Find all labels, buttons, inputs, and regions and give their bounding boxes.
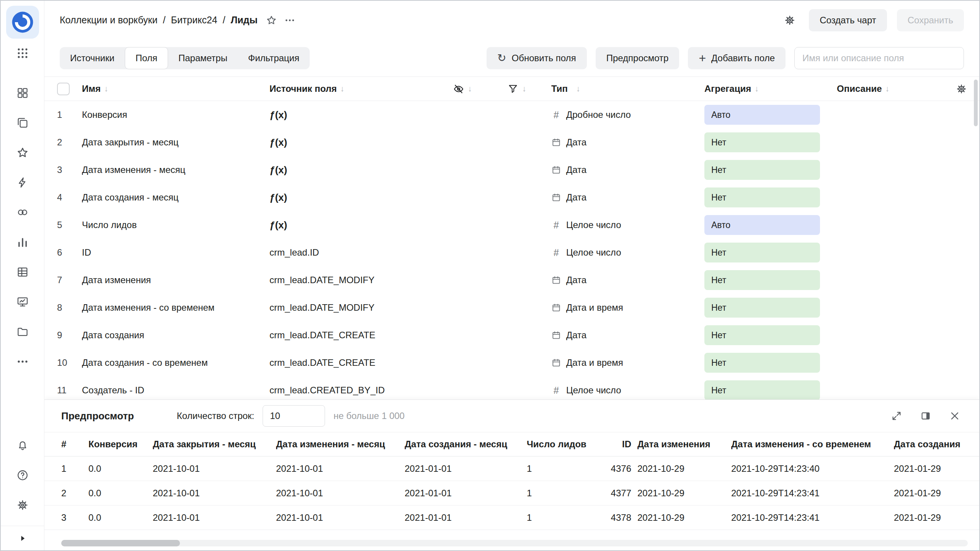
date-type-icon <box>551 330 561 340</box>
tab-sources[interactable]: Источники <box>60 47 125 69</box>
sort-icon: ↓ <box>340 84 345 93</box>
aggregation-select[interactable]: Нет <box>704 298 820 318</box>
tab-filtering[interactable]: Фильтрация <box>238 47 310 69</box>
aggregation-select[interactable]: Нет <box>704 380 820 399</box>
field-row[interactable]: 5 Число лидов ƒ(x) # Целое число Авто <box>44 211 979 239</box>
column-header-filter[interactable]: ↓ <box>507 83 551 95</box>
notifications-icon[interactable] <box>13 436 32 455</box>
field-row[interactable]: 10 Дата создания - со временем crm_lead.… <box>44 349 979 377</box>
field-name: Дата закрытия - месяц <box>82 137 270 148</box>
column-header-name[interactable]: Имя↓ <box>82 83 270 94</box>
tab-fields[interactable]: Поля <box>125 47 168 69</box>
datalens-logo[interactable] <box>6 6 39 39</box>
field-type[interactable]: # Дата <box>551 275 704 285</box>
preview-panel: Предпросмотр Количество строк: не больше… <box>44 399 979 550</box>
field-row[interactable]: 9 Дата создания crm_lead.DATE_CREATE # Д… <box>44 321 979 349</box>
favorites-icon[interactable] <box>13 143 32 162</box>
field-type[interactable]: # Дробное число <box>551 109 704 121</box>
date-type-icon <box>551 275 561 285</box>
refresh-fields-button[interactable]: ↻ Обновить поля <box>487 47 587 69</box>
field-type[interactable]: # Дата и время <box>551 357 704 368</box>
field-type[interactable]: # Дата и время <box>551 302 704 313</box>
dataset-settings-icon[interactable] <box>781 11 799 29</box>
column-header-hidden[interactable]: ↓ <box>453 83 507 95</box>
horizontal-scrollbar-thumb[interactable] <box>61 540 180 546</box>
row-number: 6 <box>57 247 82 258</box>
aggregation-select[interactable]: Нет <box>704 353 820 373</box>
field-type[interactable]: # Целое число <box>551 247 704 258</box>
field-type[interactable]: # Дата <box>551 192 704 203</box>
aggregation-select[interactable]: Нет <box>704 187 820 207</box>
field-row[interactable]: 7 Дата изменения crm_lead.DATE_MODIFY # … <box>44 266 979 294</box>
preview-header: Предпросмотр Количество строк: не больше… <box>44 400 979 432</box>
aggregation-select[interactable]: Нет <box>704 132 820 152</box>
create-chart-button[interactable]: Создать чарт <box>809 9 887 31</box>
field-type[interactable]: # Дата <box>551 137 704 148</box>
field-type[interactable]: # Дата <box>551 165 704 175</box>
dataset-more-icon[interactable] <box>281 11 299 29</box>
select-all-checkbox[interactable] <box>57 83 70 95</box>
field-row[interactable]: 4 Дата создания - месяц ƒ(x) # Дата Нет <box>44 184 979 211</box>
formula-icon: ƒ(x) <box>270 164 287 176</box>
row-count-input[interactable] <box>263 405 325 427</box>
links-icon[interactable] <box>13 203 32 222</box>
column-header-aggregation[interactable]: Агрегация↓ <box>704 83 837 94</box>
close-preview-icon[interactable] <box>947 408 962 424</box>
column-header-source[interactable]: Источник поля↓ <box>270 83 453 94</box>
field-row[interactable]: 8 Дата изменения - со временем crm_lead.… <box>44 294 979 321</box>
preview-col-header: Конверсия <box>88 439 153 450</box>
aggregation-select[interactable]: Нет <box>704 243 820 262</box>
breadcrumb-collections[interactable]: Коллекции и воркбуки <box>60 15 158 26</box>
table-settings-icon[interactable] <box>952 80 970 98</box>
sort-icon: ↓ <box>755 84 759 93</box>
source-path: crm_lead.DATE_CREATE <box>270 357 376 368</box>
dashboards-icon[interactable] <box>13 293 32 311</box>
breadcrumb-separator: / <box>223 15 225 26</box>
sidebar-expand-button[interactable] <box>1 526 44 550</box>
field-type[interactable]: # Целое число <box>551 385 704 396</box>
collections-icon[interactable] <box>13 84 32 102</box>
settings-icon[interactable] <box>13 496 32 514</box>
field-row[interactable]: 1 Конверсия ƒ(x) # Дробное число Авто <box>44 101 979 129</box>
more-icon[interactable] <box>13 352 32 371</box>
preview-col-header: Дата закрытия - месяц <box>153 439 276 450</box>
field-type-label: Дата и время <box>566 357 623 368</box>
tables-icon[interactable] <box>13 263 32 281</box>
vertical-scrollbar[interactable] <box>974 80 978 126</box>
field-name: Дата создания <box>82 330 270 341</box>
charts-icon[interactable] <box>13 233 32 251</box>
breadcrumb-workbook[interactable]: Битрикс24 <box>171 15 217 26</box>
save-button[interactable]: Сохранить <box>897 9 964 31</box>
connections-icon[interactable] <box>13 173 32 192</box>
column-header-description[interactable]: Описание↓ <box>837 83 952 94</box>
preview-col-header: Число лидов <box>527 439 601 450</box>
aggregation-select[interactable]: Авто <box>704 105 820 125</box>
column-header-type[interactable]: Тип↓ <box>551 83 704 94</box>
aggregation-select[interactable]: Нет <box>704 160 820 180</box>
field-source: crm_lead.ID <box>270 247 453 258</box>
preview-position-icon[interactable] <box>918 408 933 424</box>
horizontal-scrollbar-track[interactable] <box>61 540 968 546</box>
preview-cell: 2021-10-01 <box>276 512 405 523</box>
workbooks-icon[interactable] <box>13 114 32 132</box>
aggregation-select[interactable]: Нет <box>704 270 820 290</box>
tab-parameters[interactable]: Параметры <box>168 47 238 69</box>
field-type[interactable]: # Дата <box>551 330 704 341</box>
add-field-button[interactable]: + Добавить поле <box>688 47 786 69</box>
preview-cell: 2021-10-29 <box>637 488 731 499</box>
help-icon[interactable] <box>13 466 32 484</box>
field-row[interactable]: 11 Создатель - ID crm_lead.CREATED_BY_ID… <box>44 377 979 399</box>
field-row[interactable]: 3 Дата изменения - месяц ƒ(x) # Дата Нет <box>44 156 979 184</box>
field-row[interactable]: 2 Дата закрытия - месяц ƒ(x) # Дата Нет <box>44 129 979 156</box>
field-type[interactable]: # Целое число <box>551 220 704 231</box>
apps-grid-icon[interactable] <box>13 44 32 62</box>
aggregation-select[interactable]: Авто <box>704 215 820 235</box>
favorite-star-icon[interactable] <box>262 11 281 29</box>
field-row[interactable]: 6 ID crm_lead.ID # Целое число Нет <box>44 239 979 266</box>
preview-toggle-button[interactable]: Предпросмотр <box>596 47 679 69</box>
expand-preview-icon[interactable] <box>889 408 904 424</box>
storage-icon[interactable] <box>13 323 32 341</box>
sort-icon: ↓ <box>522 84 526 93</box>
field-search-input[interactable] <box>794 47 964 69</box>
aggregation-select[interactable]: Нет <box>704 325 820 345</box>
